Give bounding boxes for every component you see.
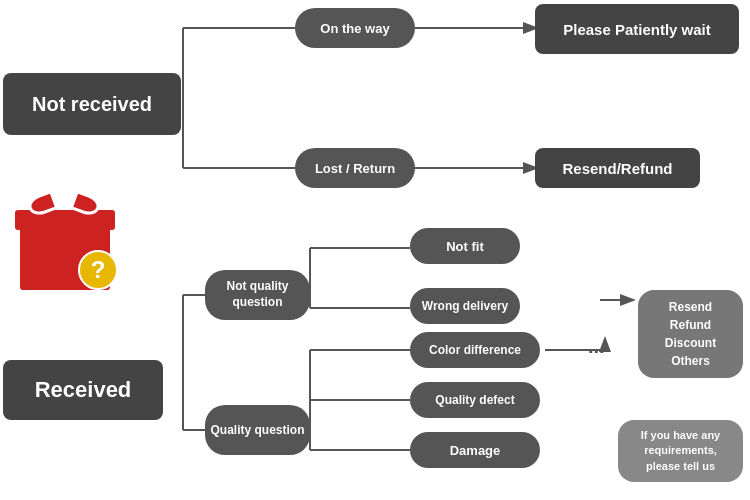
not-quality-node: Not quality question — [205, 270, 310, 320]
lost-return-node: Lost / Return — [295, 148, 415, 188]
wrong-delivery-node: Wrong delivery — [410, 288, 520, 324]
please-wait-node: Please Patiently wait — [535, 4, 739, 54]
not-fit-node: Not fit — [410, 228, 520, 264]
resend-options-bubble: Resend Refund Discount Others — [638, 290, 743, 378]
quality-node: Quality question — [205, 405, 310, 455]
not-received-node: Not received — [3, 73, 181, 135]
gift-box: ? — [10, 180, 130, 290]
quality-defect-node: Quality defect — [410, 382, 540, 418]
damage-node: Damage — [410, 432, 540, 468]
on-the-way-node: On the way — [295, 8, 415, 48]
resend-refund-top-node: Resend/Refund — [535, 148, 700, 188]
color-diff-node: Color difference — [410, 332, 540, 368]
dots-indicator: ··· — [588, 340, 605, 363]
received-node: Received — [3, 360, 163, 420]
tell-us-bubble: If you have any requirements, please tel… — [618, 420, 743, 482]
question-icon: ? — [78, 250, 118, 290]
